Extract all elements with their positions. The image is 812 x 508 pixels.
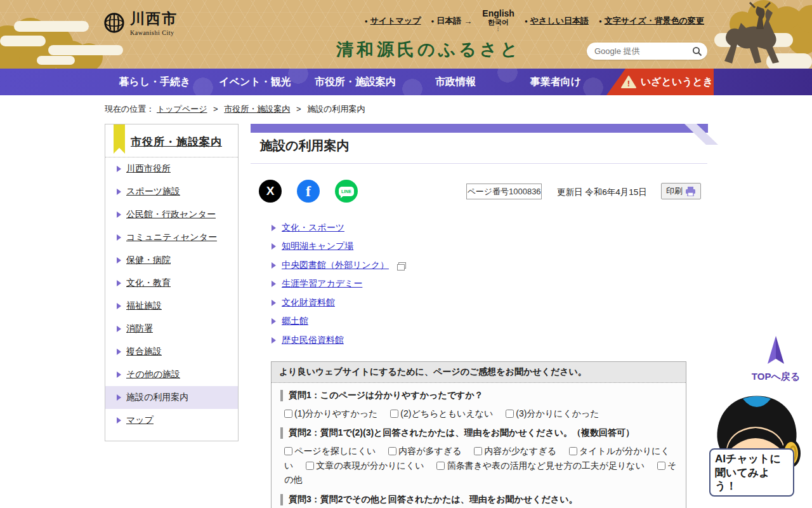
breadcrumb-section[interactable]: 市役所・施設案内 bbox=[224, 104, 290, 114]
survey-header: より良いウェブサイトにするために、ページのご感想をお聞かせください。 bbox=[272, 362, 686, 383]
triangle-icon bbox=[117, 211, 121, 218]
back-to-top-button[interactable]: TOPへ戻る bbox=[749, 335, 803, 383]
bullet-icon: ● bbox=[599, 18, 602, 24]
x-share-icon[interactable]: X bbox=[259, 180, 282, 203]
search-input[interactable] bbox=[594, 46, 692, 56]
breadcrumb-separator: > bbox=[296, 104, 301, 114]
link-chimeiko-camp[interactable]: 知明湖キャンプ場 bbox=[272, 237, 406, 257]
triangle-icon bbox=[272, 337, 276, 344]
sidebar-item-map[interactable]: マップ bbox=[105, 409, 238, 432]
nav-item-business[interactable]: 事業者向け bbox=[506, 69, 606, 95]
link-culture-sports[interactable]: 文化・スポーツ bbox=[272, 218, 406, 237]
main-navigation: 暮らし・手続き イベント・観光 市役所・施設案内 市政情報 事業者向け ! いざ… bbox=[0, 69, 812, 95]
sidebar-item-city-hall[interactable]: 川西市役所 bbox=[105, 157, 238, 180]
page-number-badge: ページ番号1000836 bbox=[466, 184, 542, 199]
sidebar-item-culture-education[interactable]: 文化・教育 bbox=[105, 272, 238, 295]
search-box[interactable] bbox=[587, 43, 707, 60]
sidebar-title-link[interactable]: 市役所・施設案内 bbox=[131, 136, 222, 148]
triangle-icon bbox=[117, 166, 121, 172]
sidebar-item-community-center[interactable]: コミュニティセンター bbox=[105, 226, 238, 249]
text-size-link[interactable]: 文字サイズ・背景色の変更 bbox=[605, 15, 704, 27]
nav-item-cityinfo[interactable]: 市政情報 bbox=[405, 69, 506, 95]
q2-checkbox-7[interactable] bbox=[657, 462, 665, 470]
q1-option-2[interactable]: (2)どちらともいえない bbox=[390, 408, 493, 418]
q1-option-3[interactable]: (3)分かりにくかった bbox=[506, 408, 599, 418]
survey-q3-label: 質問3：質問2でその他と回答されたかたは、理由をお聞かせください。 bbox=[280, 494, 677, 505]
link-history-folk-museum[interactable]: 歴史民俗資料館 bbox=[272, 331, 406, 350]
survey-q2-options: ページを探しにくい 内容が多すぎる 内容が少なすぎる タイトルが分かりにくい 文… bbox=[272, 439, 686, 486]
link-kyodokan[interactable]: 郷土館 bbox=[272, 312, 406, 331]
city-name-en: Kawanishi City bbox=[130, 29, 178, 36]
q2-option-3[interactable]: 内容が少なすぎる bbox=[474, 446, 556, 456]
triangle-icon bbox=[272, 300, 276, 306]
external-link-icon bbox=[398, 262, 406, 269]
japanese-label: 日本語 bbox=[436, 15, 461, 27]
city-name: 川西市 bbox=[130, 9, 178, 29]
sidebar-item-sports[interactable]: スポーツ施設 bbox=[105, 180, 238, 203]
q2-option-1[interactable]: ページを探しにくい bbox=[284, 446, 376, 456]
easy-japanese-link[interactable]: やさしい日本語 bbox=[530, 15, 589, 27]
ai-chat-mascot[interactable]: AIチャットに聞いてみよう！ bbox=[709, 391, 804, 497]
q1-checkbox-1[interactable] bbox=[284, 410, 292, 418]
nav-item-events[interactable]: イベント・観光 bbox=[205, 69, 305, 95]
facility-link-list: 文化・スポーツ 知明湖キャンプ場 中央図書館（外部リンク） 生涯学習アカデミー … bbox=[272, 218, 406, 350]
triangle-icon bbox=[272, 243, 276, 250]
q2-checkbox-2[interactable] bbox=[388, 447, 396, 455]
triangle-icon bbox=[117, 189, 121, 195]
bookmark-ribbon-icon bbox=[114, 124, 125, 154]
breadcrumb-current: 施設の利用案内 bbox=[307, 104, 365, 114]
nav-item-living[interactable]: 暮らし・手続き bbox=[105, 69, 205, 95]
q2-checkbox-5[interactable] bbox=[306, 462, 314, 470]
sidebar-item-health[interactable]: 保健・病院 bbox=[105, 249, 238, 272]
sidebar-item-complex[interactable]: 複合施設 bbox=[105, 340, 238, 363]
sidebar-item-facility-guide-active[interactable]: 施設の利用案内 bbox=[105, 386, 238, 409]
bullet-icon: ● bbox=[525, 18, 528, 24]
q2-option-6[interactable]: 箇条書きや表の活用など見せ方の工夫が足りない bbox=[436, 460, 645, 471]
more-languages-icon[interactable]: ⋮ bbox=[495, 26, 502, 32]
survey-q1-options: (1)分かりやすかった (2)どちらともいえない (3)分かりにくかった bbox=[272, 401, 686, 420]
lang-english[interactable]: English bbox=[482, 9, 514, 18]
survey-q3-note: （注）個人情報・返信を要する内容は記入しないでください。 bbox=[272, 505, 686, 508]
breadcrumb: 現在の位置： トップページ > 市役所・施設案内 > 施設の利用案内 bbox=[105, 104, 365, 115]
breadcrumb-separator: > bbox=[213, 104, 218, 114]
q1-checkbox-3[interactable] bbox=[506, 410, 514, 418]
q2-checkbox-3[interactable] bbox=[474, 447, 482, 455]
q1-option-1[interactable]: (1)分かりやすかった bbox=[284, 408, 377, 418]
warning-triangle-icon: ! bbox=[621, 75, 636, 89]
q1-checkbox-2[interactable] bbox=[390, 410, 398, 418]
sidebar-menu: 市役所・施設案内 川西市役所 スポーツ施設 公民館・行政センター コミュニティセ… bbox=[105, 124, 239, 441]
language-selector[interactable]: English 한국어 ⋮ bbox=[482, 9, 514, 32]
link-lifelong-academy[interactable]: 生涯学習アカデミー bbox=[272, 275, 406, 294]
emergency-label: いざというとき bbox=[641, 76, 714, 89]
samurai-statue-image bbox=[703, 0, 812, 69]
q2-checkbox-4[interactable] bbox=[569, 447, 577, 455]
link-cultural-property-museum[interactable]: 文化財資料館 bbox=[272, 293, 406, 312]
q2-option-2[interactable]: 内容が多すぎる bbox=[388, 446, 461, 456]
triangle-icon bbox=[117, 417, 121, 424]
breadcrumb-home[interactable]: トップページ bbox=[157, 104, 207, 114]
triangle-icon bbox=[117, 257, 121, 264]
sidebar-item-community-hall[interactable]: 公民館・行政センター bbox=[105, 203, 238, 226]
breadcrumb-prefix: 現在の位置： bbox=[105, 104, 154, 114]
sidebar-item-welfare[interactable]: 福祉施設 bbox=[105, 295, 238, 318]
city-emblem-icon bbox=[103, 12, 125, 34]
print-button[interactable]: 印刷 bbox=[661, 183, 701, 199]
survey-q2-label: 質問2：質問1で(2)(3)と回答されたかたは、理由をお聞かせください。（複数回… bbox=[280, 427, 677, 439]
search-icon[interactable] bbox=[692, 46, 702, 57]
sitemap-link[interactable]: サイトマップ bbox=[370, 15, 421, 27]
q2-checkbox-1[interactable] bbox=[284, 447, 292, 455]
updated-date: 更新日 令和6年4月15日 bbox=[557, 187, 647, 198]
line-share-icon[interactable]: LINE bbox=[335, 180, 358, 203]
nav-item-cityhall[interactable]: 市役所・施設案内 bbox=[305, 69, 405, 95]
city-logo[interactable]: 川西市 Kawanishi City bbox=[103, 9, 178, 36]
ai-chat-bubble[interactable]: AIチャットに聞いてみよう！ bbox=[709, 448, 794, 497]
sidebar-item-other[interactable]: その他の施設 bbox=[105, 363, 238, 386]
link-central-library-external[interactable]: 中央図書館（外部リンク） bbox=[272, 256, 406, 275]
facebook-share-icon[interactable]: f bbox=[297, 180, 320, 203]
q2-checkbox-6[interactable] bbox=[436, 462, 445, 470]
bullet-icon: ● bbox=[431, 18, 434, 24]
bullet-icon: ● bbox=[365, 18, 368, 24]
sidebar-item-fire-station[interactable]: 消防署 bbox=[105, 318, 238, 340]
triangle-icon bbox=[117, 349, 121, 355]
q2-option-5[interactable]: 文章の表現が分かりにくい bbox=[306, 460, 424, 471]
